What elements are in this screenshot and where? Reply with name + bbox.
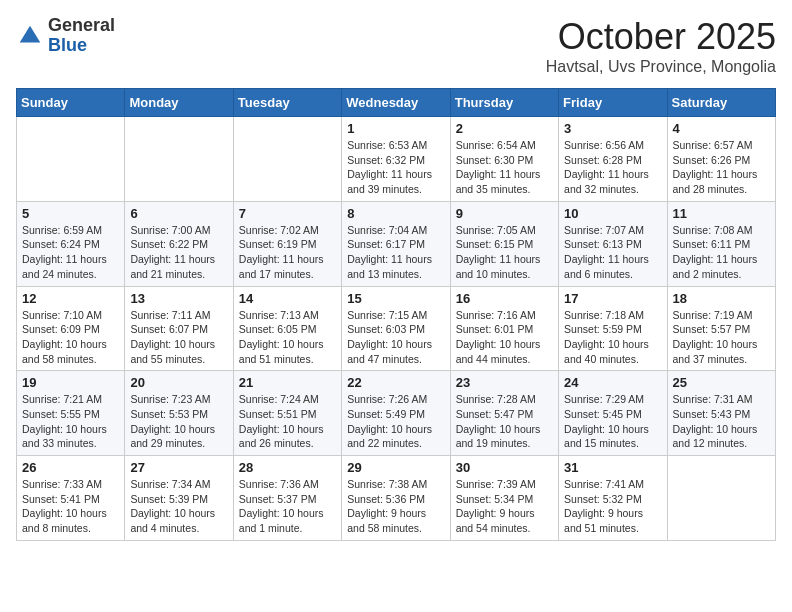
calendar-cell: 23Sunrise: 7:28 AM Sunset: 5:47 PM Dayli… <box>450 371 558 456</box>
week-row-3: 12Sunrise: 7:10 AM Sunset: 6:09 PM Dayli… <box>17 286 776 371</box>
weekday-header-tuesday: Tuesday <box>233 89 341 117</box>
day-number: 7 <box>239 206 336 221</box>
day-number: 4 <box>673 121 770 136</box>
day-info: Sunrise: 7:41 AM Sunset: 5:32 PM Dayligh… <box>564 477 661 536</box>
day-info: Sunrise: 7:11 AM Sunset: 6:07 PM Dayligh… <box>130 308 227 367</box>
calendar-cell <box>125 117 233 202</box>
day-number: 16 <box>456 291 553 306</box>
calendar-cell: 21Sunrise: 7:24 AM Sunset: 5:51 PM Dayli… <box>233 371 341 456</box>
day-info: Sunrise: 7:15 AM Sunset: 6:03 PM Dayligh… <box>347 308 444 367</box>
day-info: Sunrise: 7:33 AM Sunset: 5:41 PM Dayligh… <box>22 477 119 536</box>
day-info: Sunrise: 7:39 AM Sunset: 5:34 PM Dayligh… <box>456 477 553 536</box>
day-info: Sunrise: 7:26 AM Sunset: 5:49 PM Dayligh… <box>347 392 444 451</box>
week-row-5: 26Sunrise: 7:33 AM Sunset: 5:41 PM Dayli… <box>17 456 776 541</box>
calendar-cell: 30Sunrise: 7:39 AM Sunset: 5:34 PM Dayli… <box>450 456 558 541</box>
calendar-table: SundayMondayTuesdayWednesdayThursdayFrid… <box>16 88 776 541</box>
calendar-cell: 5Sunrise: 6:59 AM Sunset: 6:24 PM Daylig… <box>17 201 125 286</box>
weekday-header-sunday: Sunday <box>17 89 125 117</box>
calendar-cell: 17Sunrise: 7:18 AM Sunset: 5:59 PM Dayli… <box>559 286 667 371</box>
logo: General Blue <box>16 16 115 56</box>
page-header: General Blue October 2025 Havtsal, Uvs P… <box>16 16 776 76</box>
day-number: 14 <box>239 291 336 306</box>
title-block: October 2025 Havtsal, Uvs Province, Mong… <box>546 16 776 76</box>
day-number: 17 <box>564 291 661 306</box>
day-info: Sunrise: 7:19 AM Sunset: 5:57 PM Dayligh… <box>673 308 770 367</box>
day-number: 25 <box>673 375 770 390</box>
day-info: Sunrise: 7:02 AM Sunset: 6:19 PM Dayligh… <box>239 223 336 282</box>
calendar-cell: 22Sunrise: 7:26 AM Sunset: 5:49 PM Dayli… <box>342 371 450 456</box>
calendar-cell: 26Sunrise: 7:33 AM Sunset: 5:41 PM Dayli… <box>17 456 125 541</box>
calendar-cell: 31Sunrise: 7:41 AM Sunset: 5:32 PM Dayli… <box>559 456 667 541</box>
day-number: 23 <box>456 375 553 390</box>
weekday-header-wednesday: Wednesday <box>342 89 450 117</box>
calendar-cell <box>667 456 775 541</box>
day-number: 12 <box>22 291 119 306</box>
day-info: Sunrise: 7:13 AM Sunset: 6:05 PM Dayligh… <box>239 308 336 367</box>
logo-icon <box>16 22 44 50</box>
day-number: 8 <box>347 206 444 221</box>
calendar-cell: 27Sunrise: 7:34 AM Sunset: 5:39 PM Dayli… <box>125 456 233 541</box>
day-number: 31 <box>564 460 661 475</box>
day-info: Sunrise: 7:00 AM Sunset: 6:22 PM Dayligh… <box>130 223 227 282</box>
day-info: Sunrise: 7:18 AM Sunset: 5:59 PM Dayligh… <box>564 308 661 367</box>
weekday-header-thursday: Thursday <box>450 89 558 117</box>
day-info: Sunrise: 6:57 AM Sunset: 6:26 PM Dayligh… <box>673 138 770 197</box>
calendar-cell: 16Sunrise: 7:16 AM Sunset: 6:01 PM Dayli… <box>450 286 558 371</box>
calendar-cell: 6Sunrise: 7:00 AM Sunset: 6:22 PM Daylig… <box>125 201 233 286</box>
calendar-cell: 14Sunrise: 7:13 AM Sunset: 6:05 PM Dayli… <box>233 286 341 371</box>
calendar-cell: 10Sunrise: 7:07 AM Sunset: 6:13 PM Dayli… <box>559 201 667 286</box>
weekday-header-friday: Friday <box>559 89 667 117</box>
calendar-cell: 20Sunrise: 7:23 AM Sunset: 5:53 PM Dayli… <box>125 371 233 456</box>
calendar-cell: 9Sunrise: 7:05 AM Sunset: 6:15 PM Daylig… <box>450 201 558 286</box>
week-row-1: 1Sunrise: 6:53 AM Sunset: 6:32 PM Daylig… <box>17 117 776 202</box>
day-info: Sunrise: 7:05 AM Sunset: 6:15 PM Dayligh… <box>456 223 553 282</box>
day-number: 1 <box>347 121 444 136</box>
weekday-header-saturday: Saturday <box>667 89 775 117</box>
week-row-2: 5Sunrise: 6:59 AM Sunset: 6:24 PM Daylig… <box>17 201 776 286</box>
day-number: 27 <box>130 460 227 475</box>
calendar-cell: 18Sunrise: 7:19 AM Sunset: 5:57 PM Dayli… <box>667 286 775 371</box>
day-number: 19 <box>22 375 119 390</box>
month-title: October 2025 <box>546 16 776 58</box>
day-info: Sunrise: 7:21 AM Sunset: 5:55 PM Dayligh… <box>22 392 119 451</box>
day-info: Sunrise: 7:08 AM Sunset: 6:11 PM Dayligh… <box>673 223 770 282</box>
calendar-cell <box>233 117 341 202</box>
weekday-header-monday: Monday <box>125 89 233 117</box>
day-info: Sunrise: 7:04 AM Sunset: 6:17 PM Dayligh… <box>347 223 444 282</box>
day-number: 30 <box>456 460 553 475</box>
day-number: 6 <box>130 206 227 221</box>
day-number: 11 <box>673 206 770 221</box>
calendar-cell: 4Sunrise: 6:57 AM Sunset: 6:26 PM Daylig… <box>667 117 775 202</box>
day-info: Sunrise: 6:59 AM Sunset: 6:24 PM Dayligh… <box>22 223 119 282</box>
day-info: Sunrise: 7:28 AM Sunset: 5:47 PM Dayligh… <box>456 392 553 451</box>
calendar-cell: 29Sunrise: 7:38 AM Sunset: 5:36 PM Dayli… <box>342 456 450 541</box>
day-number: 22 <box>347 375 444 390</box>
calendar-cell: 12Sunrise: 7:10 AM Sunset: 6:09 PM Dayli… <box>17 286 125 371</box>
day-number: 13 <box>130 291 227 306</box>
day-info: Sunrise: 6:53 AM Sunset: 6:32 PM Dayligh… <box>347 138 444 197</box>
logo-text: General Blue <box>48 16 115 56</box>
day-info: Sunrise: 7:23 AM Sunset: 5:53 PM Dayligh… <box>130 392 227 451</box>
calendar-cell: 19Sunrise: 7:21 AM Sunset: 5:55 PM Dayli… <box>17 371 125 456</box>
day-number: 20 <box>130 375 227 390</box>
calendar-cell: 1Sunrise: 6:53 AM Sunset: 6:32 PM Daylig… <box>342 117 450 202</box>
day-info: Sunrise: 7:07 AM Sunset: 6:13 PM Dayligh… <box>564 223 661 282</box>
day-number: 24 <box>564 375 661 390</box>
day-number: 28 <box>239 460 336 475</box>
day-info: Sunrise: 7:38 AM Sunset: 5:36 PM Dayligh… <box>347 477 444 536</box>
day-number: 29 <box>347 460 444 475</box>
day-info: Sunrise: 7:36 AM Sunset: 5:37 PM Dayligh… <box>239 477 336 536</box>
day-number: 18 <box>673 291 770 306</box>
calendar-cell: 11Sunrise: 7:08 AM Sunset: 6:11 PM Dayli… <box>667 201 775 286</box>
calendar-cell <box>17 117 125 202</box>
day-number: 2 <box>456 121 553 136</box>
day-number: 9 <box>456 206 553 221</box>
day-info: Sunrise: 6:54 AM Sunset: 6:30 PM Dayligh… <box>456 138 553 197</box>
calendar-cell: 13Sunrise: 7:11 AM Sunset: 6:07 PM Dayli… <box>125 286 233 371</box>
weekday-header-row: SundayMondayTuesdayWednesdayThursdayFrid… <box>17 89 776 117</box>
day-info: Sunrise: 6:56 AM Sunset: 6:28 PM Dayligh… <box>564 138 661 197</box>
day-info: Sunrise: 7:34 AM Sunset: 5:39 PM Dayligh… <box>130 477 227 536</box>
calendar-cell: 2Sunrise: 6:54 AM Sunset: 6:30 PM Daylig… <box>450 117 558 202</box>
day-info: Sunrise: 7:29 AM Sunset: 5:45 PM Dayligh… <box>564 392 661 451</box>
day-number: 15 <box>347 291 444 306</box>
